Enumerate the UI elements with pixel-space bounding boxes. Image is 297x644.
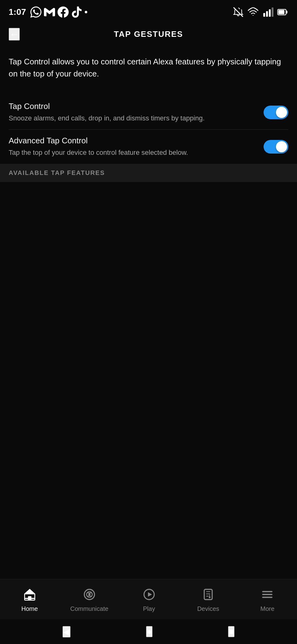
tap-control-setting: Tap Control Snooze alarms, end calls, dr…	[9, 95, 288, 130]
svg-marker-15	[148, 592, 152, 597]
svg-rect-4	[272, 7, 273, 17]
advanced-tap-control-text: Advanced Tap Control Tap the top of your…	[9, 136, 264, 158]
devices-label: Devices	[197, 605, 219, 612]
nav-item-communicate[interactable]: Communicate	[70, 588, 108, 612]
more-label: More	[260, 605, 275, 612]
advanced-tap-control-title: Advanced Tap Control	[9, 136, 254, 146]
nav-item-more[interactable]: More	[249, 588, 286, 612]
android-nav: ◀ ● ■	[0, 619, 297, 644]
top-nav: ← TAP GESTURES	[0, 22, 297, 46]
svg-rect-1	[263, 13, 265, 17]
advanced-tap-control-subtitle: Tap the top of your device to control fe…	[9, 148, 254, 158]
status-bar: 1:07	[0, 0, 297, 22]
status-right	[233, 7, 288, 18]
advanced-tap-control-track	[264, 140, 288, 154]
home-label: Home	[21, 605, 38, 612]
svg-rect-6	[286, 11, 288, 14]
tap-control-text: Tap Control Snooze alarms, end calls, dr…	[9, 102, 264, 123]
description-text: Tap Control allows you to control certai…	[9, 56, 288, 80]
svg-rect-10	[24, 598, 35, 599]
svg-rect-7	[278, 10, 285, 14]
bottom-nav: Home Communicate Play	[0, 579, 297, 619]
advanced-tap-control-setting: Advanced Tap Control Tap the top of your…	[9, 130, 288, 164]
devices-icon	[201, 588, 215, 603]
wifi-icon	[248, 7, 259, 18]
communicate-icon	[83, 588, 96, 603]
advanced-tap-control-thumb	[276, 141, 287, 152]
play-label: Play	[143, 605, 155, 612]
available-features-section: AVAILABLE TAP FEATURES	[0, 164, 297, 182]
svg-point-13	[88, 593, 90, 595]
tap-control-title: Tap Control	[9, 102, 254, 111]
tap-control-toggle[interactable]	[264, 106, 288, 119]
status-icons	[30, 7, 87, 18]
tiktok-icon	[71, 7, 82, 18]
main-content: Tap Control allows you to control certai…	[0, 46, 297, 191]
home-icon	[23, 588, 37, 603]
status-time: 1:07	[9, 7, 26, 17]
signal-icon	[262, 7, 273, 18]
nav-item-home[interactable]: Home	[11, 588, 48, 612]
svg-rect-3	[269, 9, 271, 17]
section-header-text: AVAILABLE TAP FEATURES	[9, 169, 105, 176]
communicate-label: Communicate	[70, 605, 108, 612]
nav-item-devices[interactable]: Devices	[190, 588, 227, 612]
back-button[interactable]: ←	[9, 28, 20, 41]
facebook-icon	[58, 7, 69, 18]
status-left: 1:07	[9, 7, 87, 18]
tap-control-thumb	[276, 107, 287, 118]
whatsapp-icon	[30, 7, 41, 18]
nav-item-play[interactable]: Play	[131, 588, 168, 612]
page-title: TAP GESTURES	[114, 29, 183, 39]
advanced-tap-control-toggle[interactable]	[264, 140, 288, 154]
more-icon	[260, 588, 274, 603]
notification-dot	[85, 11, 87, 13]
svg-rect-16	[204, 589, 212, 599]
tap-control-track	[264, 106, 288, 119]
tap-control-subtitle: Snooze alarms, end calls, drop in, and d…	[9, 114, 254, 123]
gmail-icon	[44, 7, 55, 18]
android-home-button[interactable]: ●	[146, 626, 153, 637]
play-icon	[142, 588, 156, 603]
svg-rect-2	[266, 11, 268, 17]
battery-icon	[277, 7, 288, 18]
android-back-button[interactable]: ◀	[62, 626, 71, 637]
mute-icon	[233, 7, 244, 18]
android-recent-button[interactable]: ■	[228, 626, 235, 637]
